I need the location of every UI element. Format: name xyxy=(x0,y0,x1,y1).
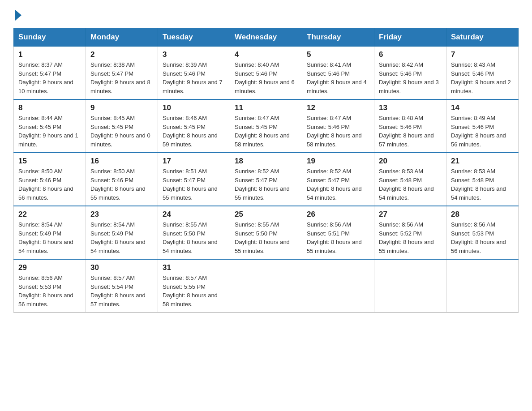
day-number: 27 xyxy=(379,210,442,219)
day-info: Sunrise: 8:51 AM Sunset: 5:47 PM Dayligh… xyxy=(163,167,225,202)
day-info: Sunrise: 8:37 AM Sunset: 5:47 PM Dayligh… xyxy=(18,60,81,95)
day-info: Sunrise: 8:47 AM Sunset: 5:46 PM Dayligh… xyxy=(307,114,369,149)
calendar-cell: 28 Sunrise: 8:56 AM Sunset: 5:53 PM Dayl… xyxy=(446,206,519,259)
calendar-cell xyxy=(230,259,302,313)
calendar-cell: 1 Sunrise: 8:37 AM Sunset: 5:47 PM Dayli… xyxy=(14,47,86,100)
day-info: Sunrise: 8:48 AM Sunset: 5:46 PM Dayligh… xyxy=(379,114,442,149)
day-header-wednesday: Wednesday xyxy=(230,28,302,47)
day-number: 21 xyxy=(451,157,514,166)
calendar-cell xyxy=(374,259,446,313)
day-number: 17 xyxy=(163,157,225,166)
day-header-monday: Monday xyxy=(86,28,158,47)
day-info: Sunrise: 8:52 AM Sunset: 5:47 PM Dayligh… xyxy=(307,167,369,202)
day-number: 3 xyxy=(163,50,225,59)
day-header-friday: Friday xyxy=(374,28,446,47)
day-number: 31 xyxy=(163,263,225,272)
calendar-cell: 7 Sunrise: 8:43 AM Sunset: 5:46 PM Dayli… xyxy=(446,47,519,100)
calendar-cell: 15 Sunrise: 8:50 AM Sunset: 5:46 PM Dayl… xyxy=(14,153,86,206)
day-number: 12 xyxy=(307,103,369,112)
day-number: 5 xyxy=(307,50,369,59)
day-number: 24 xyxy=(163,210,225,219)
calendar-cell: 27 Sunrise: 8:56 AM Sunset: 5:52 PM Dayl… xyxy=(374,206,446,259)
day-number: 11 xyxy=(235,103,297,112)
day-info: Sunrise: 8:49 AM Sunset: 5:46 PM Dayligh… xyxy=(451,114,514,149)
day-info: Sunrise: 8:56 AM Sunset: 5:53 PM Dayligh… xyxy=(451,220,514,255)
day-number: 22 xyxy=(18,210,81,219)
calendar-table: SundayMondayTuesdayWednesdayThursdayFrid… xyxy=(13,28,519,313)
day-number: 16 xyxy=(90,157,153,166)
day-number: 23 xyxy=(90,210,153,219)
day-info: Sunrise: 8:53 AM Sunset: 5:48 PM Dayligh… xyxy=(451,167,514,202)
calendar-cell: 17 Sunrise: 8:51 AM Sunset: 5:47 PM Dayl… xyxy=(158,153,230,206)
day-number: 1 xyxy=(18,50,81,59)
day-info: Sunrise: 8:54 AM Sunset: 5:49 PM Dayligh… xyxy=(18,220,81,255)
day-number: 6 xyxy=(379,50,442,59)
calendar-header-row: SundayMondayTuesdayWednesdayThursdayFrid… xyxy=(14,28,519,47)
day-number: 25 xyxy=(235,210,297,219)
day-info: Sunrise: 8:46 AM Sunset: 5:45 PM Dayligh… xyxy=(163,114,225,149)
day-number: 4 xyxy=(235,50,297,59)
calendar-cell: 8 Sunrise: 8:44 AM Sunset: 5:45 PM Dayli… xyxy=(14,99,86,153)
day-info: Sunrise: 8:43 AM Sunset: 5:46 PM Dayligh… xyxy=(451,60,514,95)
calendar-cell: 6 Sunrise: 8:42 AM Sunset: 5:46 PM Dayli… xyxy=(374,47,446,100)
day-info: Sunrise: 8:42 AM Sunset: 5:46 PM Dayligh… xyxy=(379,60,442,95)
day-number: 7 xyxy=(451,50,514,59)
page-header xyxy=(13,9,519,19)
day-header-tuesday: Tuesday xyxy=(158,28,230,47)
day-info: Sunrise: 8:56 AM Sunset: 5:53 PM Dayligh… xyxy=(18,274,81,308)
day-number: 29 xyxy=(18,263,81,272)
logo-arrow-icon xyxy=(15,10,21,21)
calendar-cell: 18 Sunrise: 8:52 AM Sunset: 5:47 PM Dayl… xyxy=(230,153,302,206)
day-info: Sunrise: 8:38 AM Sunset: 5:47 PM Dayligh… xyxy=(90,60,153,95)
calendar-cell: 20 Sunrise: 8:53 AM Sunset: 5:48 PM Dayl… xyxy=(374,153,446,206)
day-number: 30 xyxy=(90,263,153,272)
day-info: Sunrise: 8:56 AM Sunset: 5:52 PM Dayligh… xyxy=(379,220,442,255)
calendar-week-row: 29 Sunrise: 8:56 AM Sunset: 5:53 PM Dayl… xyxy=(14,259,519,313)
calendar-cell: 19 Sunrise: 8:52 AM Sunset: 5:47 PM Dayl… xyxy=(302,153,374,206)
day-number: 10 xyxy=(163,103,225,112)
calendar-cell: 13 Sunrise: 8:48 AM Sunset: 5:46 PM Dayl… xyxy=(374,99,446,153)
calendar-cell: 25 Sunrise: 8:55 AM Sunset: 5:50 PM Dayl… xyxy=(230,206,302,259)
day-info: Sunrise: 8:55 AM Sunset: 5:50 PM Dayligh… xyxy=(235,220,297,255)
calendar-cell: 24 Sunrise: 8:55 AM Sunset: 5:50 PM Dayl… xyxy=(158,206,230,259)
calendar-cell: 30 Sunrise: 8:57 AM Sunset: 5:54 PM Dayl… xyxy=(86,259,158,313)
calendar-cell: 12 Sunrise: 8:47 AM Sunset: 5:46 PM Dayl… xyxy=(302,99,374,153)
day-info: Sunrise: 8:53 AM Sunset: 5:48 PM Dayligh… xyxy=(379,167,442,202)
day-info: Sunrise: 8:56 AM Sunset: 5:51 PM Dayligh… xyxy=(307,220,369,255)
day-info: Sunrise: 8:50 AM Sunset: 5:46 PM Dayligh… xyxy=(90,167,153,202)
day-info: Sunrise: 8:57 AM Sunset: 5:54 PM Dayligh… xyxy=(90,274,153,308)
day-header-thursday: Thursday xyxy=(302,28,374,47)
day-number: 13 xyxy=(379,103,442,112)
calendar-week-row: 1 Sunrise: 8:37 AM Sunset: 5:47 PM Dayli… xyxy=(14,47,519,100)
day-number: 26 xyxy=(307,210,369,219)
day-info: Sunrise: 8:57 AM Sunset: 5:55 PM Dayligh… xyxy=(163,274,225,308)
calendar-cell: 14 Sunrise: 8:49 AM Sunset: 5:46 PM Dayl… xyxy=(446,99,519,153)
calendar-cell: 5 Sunrise: 8:41 AM Sunset: 5:46 PM Dayli… xyxy=(302,47,374,100)
day-number: 14 xyxy=(451,103,514,112)
calendar-week-row: 8 Sunrise: 8:44 AM Sunset: 5:45 PM Dayli… xyxy=(14,99,519,153)
day-info: Sunrise: 8:41 AM Sunset: 5:46 PM Dayligh… xyxy=(307,60,369,95)
day-info: Sunrise: 8:40 AM Sunset: 5:46 PM Dayligh… xyxy=(235,60,297,95)
logo xyxy=(13,9,21,19)
calendar-cell xyxy=(302,259,374,313)
calendar-cell: 3 Sunrise: 8:39 AM Sunset: 5:46 PM Dayli… xyxy=(158,47,230,100)
day-info: Sunrise: 8:47 AM Sunset: 5:45 PM Dayligh… xyxy=(235,114,297,149)
day-info: Sunrise: 8:54 AM Sunset: 5:49 PM Dayligh… xyxy=(90,220,153,255)
day-info: Sunrise: 8:39 AM Sunset: 5:46 PM Dayligh… xyxy=(163,60,225,95)
calendar-cell: 2 Sunrise: 8:38 AM Sunset: 5:47 PM Dayli… xyxy=(86,47,158,100)
day-info: Sunrise: 8:55 AM Sunset: 5:50 PM Dayligh… xyxy=(163,220,225,255)
calendar-cell xyxy=(446,259,519,313)
day-number: 20 xyxy=(379,157,442,166)
day-info: Sunrise: 8:52 AM Sunset: 5:47 PM Dayligh… xyxy=(235,167,297,202)
calendar-cell: 22 Sunrise: 8:54 AM Sunset: 5:49 PM Dayl… xyxy=(14,206,86,259)
calendar-cell: 29 Sunrise: 8:56 AM Sunset: 5:53 PM Dayl… xyxy=(14,259,86,313)
calendar-cell: 26 Sunrise: 8:56 AM Sunset: 5:51 PM Dayl… xyxy=(302,206,374,259)
calendar-week-row: 15 Sunrise: 8:50 AM Sunset: 5:46 PM Dayl… xyxy=(14,153,519,206)
calendar-cell: 11 Sunrise: 8:47 AM Sunset: 5:45 PM Dayl… xyxy=(230,99,302,153)
day-number: 18 xyxy=(235,157,297,166)
day-number: 2 xyxy=(90,50,153,59)
day-number: 9 xyxy=(90,103,153,112)
calendar-week-row: 22 Sunrise: 8:54 AM Sunset: 5:49 PM Dayl… xyxy=(14,206,519,259)
day-number: 19 xyxy=(307,157,369,166)
calendar-cell: 4 Sunrise: 8:40 AM Sunset: 5:46 PM Dayli… xyxy=(230,47,302,100)
